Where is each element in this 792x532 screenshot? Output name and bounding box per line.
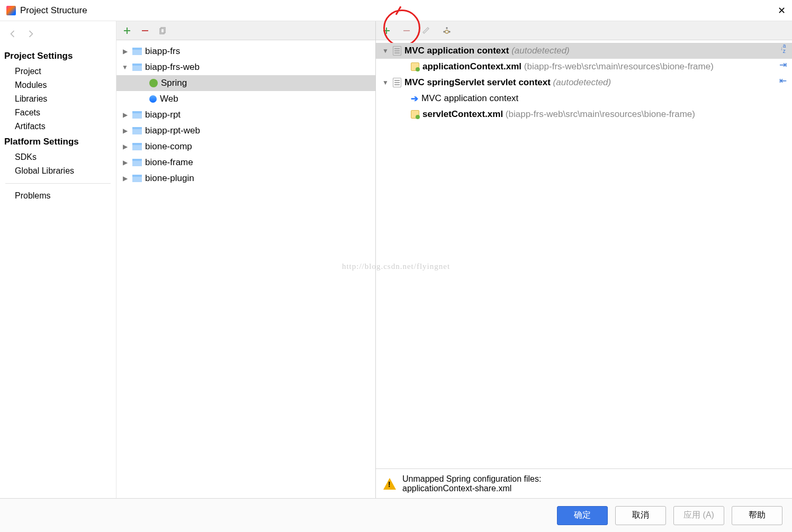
page-icon — [393, 78, 401, 87]
module-label: bione-frame — [145, 157, 193, 168]
chevron-down-icon[interactable]: ▼ — [121, 64, 129, 71]
module-row[interactable]: ▶biapp-frs — [116, 43, 375, 59]
context-row[interactable]: ▼MVC application context (autodetected) — [376, 43, 792, 59]
folder-icon — [132, 127, 142, 134]
nav-back-icon[interactable] — [7, 29, 18, 41]
apply-button[interactable]: 应用 (A) — [673, 506, 724, 525]
module-label: biapp-rpt-web — [145, 125, 200, 136]
context-row[interactable]: ➔MVC application context — [376, 91, 792, 106]
svg-point-2 — [445, 30, 448, 33]
chevron-right-icon[interactable]: ▶ — [121, 159, 129, 166]
chevron-right-icon[interactable]: ▶ — [121, 175, 129, 182]
remove-context-button[interactable] — [401, 25, 412, 36]
footer: 确定 取消 应用 (A) 帮助 — [0, 498, 792, 532]
page-icon — [393, 46, 401, 56]
sort-icon[interactable]: ↓az — [777, 43, 789, 55]
collapse-icon[interactable]: ⇤ — [777, 75, 789, 86]
help-button[interactable]: 帮助 — [732, 506, 782, 525]
arrow-icon: ➔ — [411, 93, 418, 104]
module-label: biapp-rpt — [145, 110, 181, 120]
module-tree[interactable]: ▶biapp-frs▼biapp-frs-webSpringWeb▶biapp-… — [116, 40, 375, 498]
modules-panel: ▶biapp-frs▼biapp-frs-webSpringWeb▶biapp-… — [116, 21, 376, 498]
context-toolbar — [376, 21, 792, 40]
module-label: biapp-frs — [145, 46, 180, 57]
folder-icon — [132, 64, 142, 71]
context-label: applicationContext.xml (biapp-frs-web\sr… — [422, 61, 714, 72]
spring-icon — [149, 79, 158, 87]
folder-icon — [132, 48, 142, 55]
sidebar-item-problems[interactable]: Problems — [0, 189, 116, 203]
cancel-button[interactable]: 取消 — [615, 506, 666, 525]
section-platform-settings: Platform Settings — [0, 133, 116, 150]
chevron-right-icon[interactable]: ▶ — [121, 48, 129, 55]
folder-icon — [132, 159, 142, 166]
context-label: MVC application context — [421, 93, 518, 104]
details-panel: ↓az ⇥ ⇤ ▼MVC application context (autode… — [376, 21, 792, 498]
folder-icon — [132, 143, 142, 150]
folder-icon — [132, 111, 142, 119]
nav-fwd-icon[interactable] — [25, 29, 36, 41]
chevron-down-icon[interactable]: ▼ — [381, 47, 390, 55]
module-row[interactable]: ▶biapp-rpt — [116, 107, 375, 123]
section-project-settings: Project Settings — [0, 48, 116, 65]
sidebar-item-facets[interactable]: Facets — [0, 106, 116, 120]
sidebar-item-artifacts[interactable]: Artifacts — [0, 120, 116, 133]
module-row[interactable]: Spring — [116, 75, 375, 91]
module-label: bione-plugin — [145, 173, 194, 184]
window-title: Project Structure — [20, 5, 87, 16]
chevron-right-icon[interactable]: ▶ — [121, 111, 129, 119]
module-label: bione-comp — [145, 141, 192, 152]
expand-icon[interactable]: ⇥ — [777, 59, 789, 70]
app-icon — [6, 6, 16, 15]
folder-icon — [132, 175, 142, 182]
ok-button[interactable]: 确定 — [557, 506, 608, 525]
context-row[interactable]: applicationContext.xml (biapp-frs-web\sr… — [376, 59, 792, 75]
sidebar-item-libraries[interactable]: Libraries — [0, 92, 116, 106]
module-row[interactable]: ▶bione-frame — [116, 155, 375, 170]
modules-toolbar — [116, 21, 375, 40]
sidebar: Project Settings Project Modules Librari… — [0, 21, 116, 498]
edit-context-button[interactable] — [421, 25, 432, 36]
sidebar-item-sdks[interactable]: SDKs — [0, 150, 116, 164]
add-context-button[interactable] — [381, 25, 392, 36]
context-tree[interactable]: ↓az ⇥ ⇤ ▼MVC application context (autode… — [376, 40, 792, 468]
chevron-right-icon[interactable]: ▶ — [121, 127, 129, 134]
add-module-button[interactable] — [122, 25, 132, 36]
context-row[interactable]: servletContext.xml (biapp-frs-web\src\ma… — [376, 106, 792, 122]
chevron-right-icon[interactable]: ▶ — [121, 143, 129, 150]
side-actions: ↓az ⇥ ⇤ — [777, 43, 789, 86]
sidebar-item-modules[interactable]: Modules — [0, 78, 116, 92]
chevron-down-icon[interactable]: ▼ — [381, 79, 390, 86]
warning-text: Unmapped Spring configuration files: app… — [402, 474, 541, 493]
context-label: MVC application context (autodetected) — [404, 46, 570, 56]
context-label: servletContext.xml (biapp-frs-web\src\ma… — [422, 109, 695, 120]
sidebar-item-global-libraries[interactable]: Global Libraries — [0, 164, 116, 178]
module-label: biapp-frs-web — [145, 62, 200, 73]
sidebar-divider — [5, 183, 111, 184]
context-label: MVC springServlet servlet context (autod… — [404, 77, 611, 88]
sidebar-item-project[interactable]: Project — [0, 65, 116, 78]
module-label: Web — [160, 94, 178, 104]
remove-module-button[interactable] — [140, 25, 150, 36]
module-row[interactable]: ▶bione-plugin — [116, 170, 375, 186]
close-icon[interactable]: ✕ — [778, 5, 786, 16]
warning-icon — [383, 478, 396, 490]
warning-bar: Unmapped Spring configuration files: app… — [376, 468, 792, 498]
module-row[interactable]: Web — [116, 91, 375, 107]
module-row[interactable]: ▶bione-comp — [116, 139, 375, 155]
module-label: Spring — [161, 78, 187, 88]
module-row[interactable]: ▶biapp-rpt-web — [116, 123, 375, 139]
module-row[interactable]: ▼biapp-frs-web — [116, 59, 375, 75]
titlebar: Project Structure ✕ — [0, 0, 792, 21]
xml-icon — [411, 110, 419, 119]
context-row[interactable]: ▼MVC springServlet servlet context (auto… — [376, 75, 792, 91]
settings-context-button[interactable] — [442, 25, 452, 36]
copy-module-button[interactable] — [158, 25, 168, 36]
xml-icon — [411, 62, 419, 71]
web-icon — [149, 95, 157, 103]
